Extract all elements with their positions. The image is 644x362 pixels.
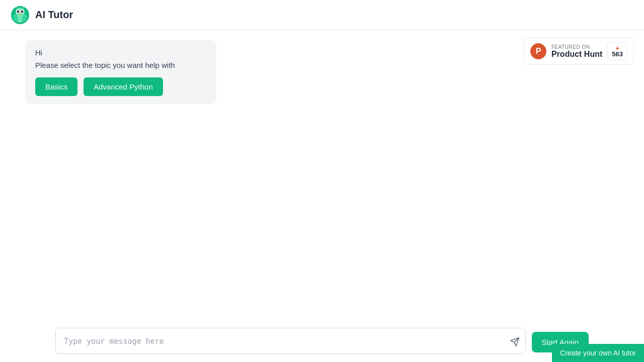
svg-point-6 <box>21 10 24 13</box>
product-hunt-logo: P <box>530 43 546 59</box>
topic-buttons-container: Basics Advanced Python <box>35 77 206 96</box>
app-header: AI Tutor <box>0 0 644 30</box>
send-icon <box>510 337 520 347</box>
create-tutor-button[interactable]: Create your own AI tutor <box>552 344 644 362</box>
main-content: Hi Please select the topic you want help… <box>0 30 644 322</box>
product-hunt-badge[interactable]: P FEATURED ON Product Hunt ▲ 563 <box>524 38 634 65</box>
chat-prompt: Please select the topic you want help wi… <box>35 61 206 69</box>
product-hunt-vote-count: 563 <box>612 50 623 58</box>
upvote-arrow-icon: ▲ <box>615 45 620 50</box>
product-hunt-text: FEATURED ON Product Hunt <box>551 44 602 59</box>
svg-point-7 <box>18 11 19 12</box>
bottom-bar: Start Again <box>0 322 644 362</box>
product-hunt-votes-container: ▲ 563 <box>607 42 627 60</box>
svg-point-5 <box>17 10 20 13</box>
app-title: AI Tutor <box>35 9 73 21</box>
svg-point-8 <box>22 11 23 12</box>
basics-button[interactable]: Basics <box>35 77 77 96</box>
chat-message-bubble: Hi Please select the topic you want help… <box>25 40 216 104</box>
advanced-python-button[interactable]: Advanced Python <box>84 77 163 96</box>
message-input[interactable] <box>55 328 526 354</box>
owl-logo-icon <box>10 5 30 25</box>
send-button[interactable] <box>510 337 520 347</box>
product-hunt-name: Product Hunt <box>551 50 602 59</box>
chat-greeting: Hi <box>35 48 206 57</box>
logo-container: AI Tutor <box>10 5 73 25</box>
product-hunt-featured-label: FEATURED ON <box>551 44 602 50</box>
message-input-wrapper <box>55 328 526 356</box>
